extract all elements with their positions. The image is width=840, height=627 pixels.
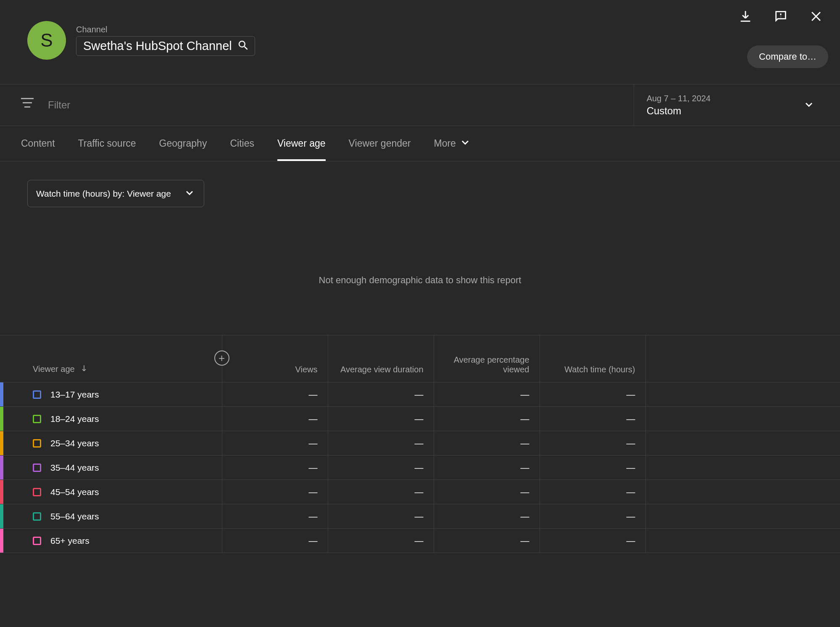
row-empty-cell [645, 407, 840, 431]
search-icon [237, 39, 250, 53]
table-row[interactable]: 35–44 years———— [0, 456, 840, 480]
row-checkbox[interactable] [33, 537, 41, 545]
row-value-cell: — [540, 407, 645, 431]
row-label: 45–54 years [50, 487, 99, 497]
table-row[interactable]: 55–64 years———— [0, 504, 840, 529]
tab-more-label: More [434, 138, 456, 149]
row-value-cell: — [540, 504, 645, 529]
table-row[interactable]: 13–17 years———— [0, 382, 840, 407]
row-label: 55–64 years [50, 511, 99, 522]
chevron-down-icon [184, 187, 195, 200]
row-name-cell: 18–24 years [0, 407, 222, 431]
row-name-cell: 55–64 years [0, 504, 222, 529]
channel-selector[interactable]: Swetha's HubSpot Channel [76, 36, 255, 56]
row-value-cell: — [328, 456, 434, 480]
row-empty-cell [645, 504, 840, 529]
header: S Channel Swetha's HubSpot Channel Compa… [0, 0, 840, 84]
chevron-down-icon [459, 137, 471, 151]
row-color-stripe [0, 504, 3, 528]
row-value-cell: — [328, 407, 434, 431]
row-value-cell: — [222, 504, 328, 529]
row-value-cell: — [540, 431, 645, 456]
data-table: Viewer age Views Average view duration A… [0, 335, 840, 553]
tab-traffic-source[interactable]: Traffic source [78, 126, 136, 161]
date-range-label: Custom [647, 105, 711, 117]
row-empty-cell [645, 480, 840, 504]
row-value-cell: — [328, 382, 434, 407]
tab-content[interactable]: Content [21, 126, 55, 161]
table-row[interactable]: 65+ years———— [0, 529, 840, 553]
row-value-cell: — [540, 480, 645, 504]
row-checkbox[interactable] [33, 512, 41, 521]
row-color-stripe [0, 456, 3, 479]
row-value-cell: — [434, 407, 540, 431]
row-empty-cell [645, 529, 840, 553]
row-color-stripe [0, 382, 3, 406]
avatar[interactable]: S [27, 21, 66, 60]
row-color-stripe [0, 529, 3, 553]
filter-placeholder: Filter [48, 99, 70, 111]
row-value-cell: — [434, 504, 540, 529]
feedback-icon[interactable] [774, 9, 788, 25]
row-name-cell: 13–17 years [0, 382, 222, 407]
column-header-avg-view-duration[interactable]: Average view duration [328, 335, 434, 382]
add-column-button[interactable] [214, 350, 229, 366]
download-icon[interactable] [738, 9, 753, 25]
close-icon[interactable] [809, 9, 823, 25]
table-row[interactable]: 45–54 years———— [0, 480, 840, 504]
chevron-down-icon [803, 99, 815, 112]
date-range-text: Aug 7 – 11, 2024 [647, 94, 711, 103]
compare-button[interactable]: Compare to… [747, 45, 828, 68]
row-empty-cell [645, 382, 840, 407]
date-range-selector[interactable]: Aug 7 – 11, 2024 Custom [634, 84, 819, 126]
row-value-cell: — [328, 431, 434, 456]
row-value-cell: — [222, 480, 328, 504]
row-name-cell: 25–34 years [0, 431, 222, 456]
row-checkbox[interactable] [33, 390, 41, 399]
row-value-cell: — [222, 407, 328, 431]
tab-viewer-gender[interactable]: Viewer gender [349, 126, 411, 161]
row-name-cell: 35–44 years [0, 456, 222, 480]
row-name-cell: 45–54 years [0, 480, 222, 504]
row-value-cell: — [540, 382, 645, 407]
row-color-stripe [0, 480, 3, 504]
row-label: 35–44 years [50, 463, 99, 473]
row-checkbox[interactable] [33, 464, 41, 472]
metric-select-label: Watch time (hours) by: Viewer age [36, 189, 171, 199]
table-row[interactable]: 25–34 years———— [0, 431, 840, 456]
column-header-watch-time[interactable]: Watch time (hours) [540, 335, 645, 382]
empty-state-message: Not enough demographic data to show this… [319, 275, 521, 286]
row-label: 18–24 years [50, 414, 99, 424]
row-value-cell: — [434, 382, 540, 407]
metric-row: Watch time (hours) by: Viewer age [0, 161, 840, 226]
row-value-cell: — [222, 456, 328, 480]
row-value-cell: — [540, 529, 645, 553]
row-value-cell: — [222, 431, 328, 456]
sort-arrow-icon [80, 364, 88, 374]
tab-geography[interactable]: Geography [159, 126, 207, 161]
tab-more[interactable]: More [434, 126, 471, 161]
filter-input-area[interactable]: Filter [21, 98, 70, 112]
metric-select[interactable]: Watch time (hours) by: Viewer age [27, 180, 204, 207]
filter-icon [21, 98, 35, 112]
tabs: ContentTraffic sourceGeographyCitiesView… [0, 126, 840, 161]
row-checkbox[interactable] [33, 488, 41, 496]
row-checkbox[interactable] [33, 415, 41, 423]
tab-cities[interactable]: Cities [230, 126, 254, 161]
header-actions [738, 9, 823, 25]
row-value-cell: — [328, 480, 434, 504]
channel-label: Channel [76, 25, 255, 34]
row-checkbox[interactable] [33, 439, 41, 448]
column-header-name[interactable]: Viewer age [0, 335, 222, 382]
chart-area: Not enough demographic data to show this… [0, 226, 840, 335]
column-header-avg-pct-viewed[interactable]: Average percentage viewed [434, 335, 540, 382]
tab-viewer-age[interactable]: Viewer age [277, 126, 326, 161]
row-value-cell: — [222, 382, 328, 407]
row-label: 65+ years [50, 536, 90, 546]
column-header-empty [645, 335, 840, 382]
row-value-cell: — [328, 529, 434, 553]
channel-block: Channel Swetha's HubSpot Channel [76, 25, 255, 56]
row-value-cell: — [540, 456, 645, 480]
table-row[interactable]: 18–24 years———— [0, 407, 840, 431]
column-header-views[interactable]: Views [222, 335, 328, 382]
